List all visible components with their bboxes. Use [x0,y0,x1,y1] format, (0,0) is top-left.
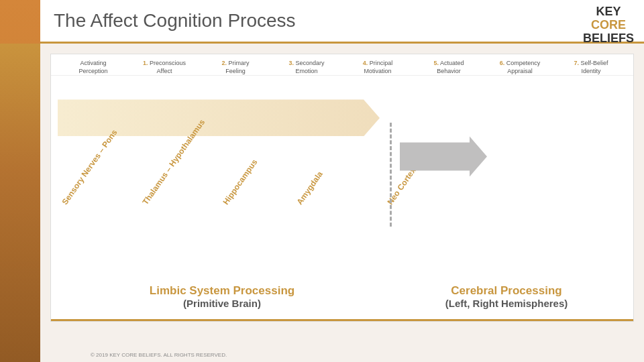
page-title: The Affect Cognition Process [54,10,296,32]
step-4: 4. PrincipalMotivation [342,60,413,75]
hemispheres-label: (Left, Right Hemispheres) [386,298,627,309]
step-6: 6. CompetencyAppraisal [484,60,555,75]
limbic-label: Limbic System Processing [58,284,386,298]
diagonals-area: Sensory Nerves – Pons Thalamus – Hypotha… [51,79,633,227]
step-5: 5. ActuatedBehavior [413,60,484,75]
footer: © 2019 KEY CORE BELIEFS. ALL RIGHTS RESE… [91,351,644,359]
logo-key: KEY CORE BELIEFS [583,5,634,45]
label-hippocampus: Hippocampus [221,158,260,206]
step-3: 3. SecondaryEmotion [271,60,342,75]
bottom-labels: Limbic System Processing (Primitive Brai… [51,284,633,309]
step-1: 1. PreconsciousAffect [129,60,200,75]
step-7: 7. Self-BeliefIdentity [555,60,627,75]
big-arrow [400,136,487,176]
step-0: ActivatingPerception [58,60,129,75]
primitive-brain-label: (Primitive Brain) [58,298,386,309]
copyright-text: © 2019 KEY CORE BELIEFS. ALL RIGHTS RESE… [91,352,227,358]
label-amygdala: Amygdala [295,170,325,206]
bottom-left: Limbic System Processing (Primitive Brai… [58,284,386,309]
header: The Affect Cognition Process [40,0,644,44]
content-panel: ActivatingPerception 1. PreconsciousAffe… [50,54,634,322]
main-wrapper: The Affect Cognition Process KEY CORE BE… [40,0,644,362]
bottom-right: Cerebral Processing (Left, Right Hemisph… [386,284,627,309]
cerebral-label: Cerebral Processing [386,284,627,298]
side-image [0,44,40,362]
logo-area: KEY CORE BELIEFS [583,5,634,45]
steps-row: ActivatingPerception 1. PreconsciousAffe… [51,54,633,76]
divider [390,123,392,227]
step-2: 2. PrimaryFeeling [200,60,271,75]
arrow-bg [58,99,380,136]
label-sensory: Sensory Nerves – Pons [60,128,119,206]
